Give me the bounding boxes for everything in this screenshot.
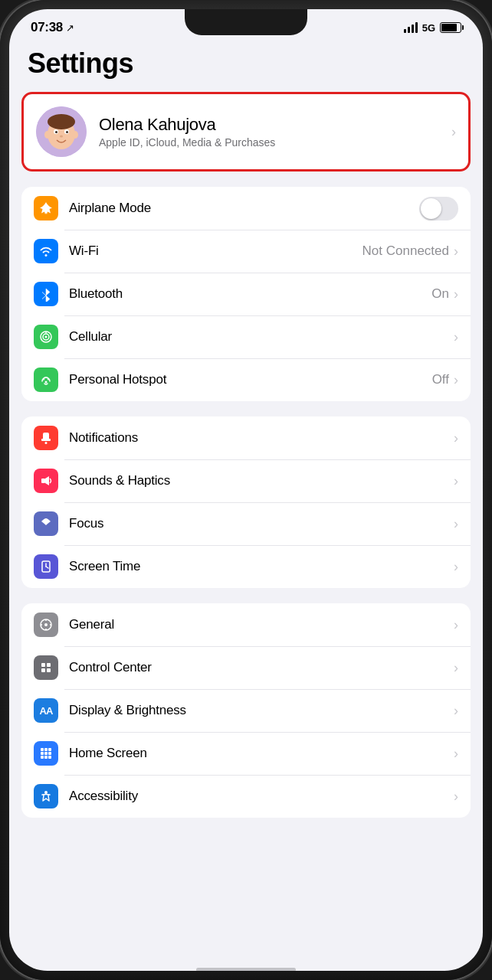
svg-rect-41 (48, 756, 51, 759)
notifications-icon (34, 426, 58, 450)
notifications-row[interactable]: Notifications › (21, 416, 471, 459)
profile-chevron-icon: › (451, 124, 456, 140)
svg-point-14 (45, 381, 48, 384)
airplane-mode-label: Airplane Mode (69, 201, 419, 216)
display-brightness-icon: AA (34, 698, 58, 723)
display-brightness-label: Display & Brightness (69, 703, 454, 718)
display-brightness-row[interactable]: AA Display & Brightness › (21, 689, 471, 732)
screen-time-row[interactable]: Screen Time › (21, 545, 471, 588)
svg-rect-36 (41, 752, 44, 755)
bluetooth-row[interactable]: Bluetooth On › (21, 273, 471, 315)
svg-point-2 (48, 114, 75, 129)
accessibility-row[interactable]: Accessibility › (21, 775, 471, 818)
svg-point-12 (45, 336, 48, 338)
screen-time-chevron-icon: › (454, 559, 458, 575)
svg-point-9 (72, 131, 78, 139)
svg-rect-33 (41, 748, 44, 751)
notch (185, 9, 307, 35)
svg-rect-29 (41, 663, 45, 667)
accessibility-icon (34, 784, 58, 808)
bluetooth-icon (34, 282, 58, 306)
svg-point-8 (44, 131, 51, 139)
screen-time-icon (34, 554, 58, 579)
home-screen-icon (34, 741, 58, 766)
personal-hotspot-value: Off (432, 372, 449, 387)
notifications-group: Notifications › Sounds & Haptics › (21, 416, 471, 588)
svg-point-17 (45, 442, 48, 444)
control-center-row[interactable]: Control Center › (21, 646, 471, 689)
focus-chevron-icon: › (454, 516, 458, 532)
bluetooth-chevron-icon: › (454, 286, 458, 302)
control-center-icon (34, 655, 58, 680)
svg-marker-19 (45, 476, 49, 485)
svg-point-5 (55, 131, 57, 133)
wifi-icon (34, 239, 58, 263)
svg-line-22 (46, 567, 48, 568)
phone-frame: 07:38 ↗ 5G Settings (0, 0, 492, 980)
cellular-label: Cellular (69, 329, 454, 345)
personal-hotspot-icon (34, 368, 58, 392)
signal-bars-icon (404, 22, 418, 33)
svg-point-24 (44, 623, 48, 626)
wifi-label: Wi-Fi (69, 243, 362, 259)
airplane-mode-icon (34, 196, 58, 220)
avatar (36, 106, 87, 157)
personal-hotspot-chevron-icon: › (454, 372, 458, 388)
personal-hotspot-row[interactable]: Personal Hotspot Off › (21, 358, 471, 401)
svg-point-6 (66, 131, 68, 133)
home-screen-row[interactable]: Home Screen › (21, 732, 471, 775)
connectivity-group: Airplane Mode Wi-Fi Not (21, 187, 471, 401)
bluetooth-label: Bluetooth (69, 286, 431, 302)
svg-rect-34 (44, 748, 48, 751)
focus-icon (34, 511, 58, 536)
control-center-chevron-icon: › (454, 660, 458, 676)
home-screen-label: Home Screen (69, 746, 454, 761)
svg-rect-32 (47, 668, 51, 672)
sounds-haptics-row[interactable]: Sounds & Haptics › (21, 459, 471, 502)
svg-rect-18 (41, 479, 45, 483)
svg-rect-30 (47, 663, 51, 667)
notifications-chevron-icon: › (454, 430, 458, 446)
general-row[interactable]: General › (21, 603, 471, 646)
home-screen-chevron-icon: › (454, 746, 458, 762)
scroll-content[interactable]: Settings (9, 40, 483, 963)
battery-icon (440, 22, 461, 33)
general-chevron-icon: › (454, 617, 458, 633)
svg-rect-31 (41, 668, 45, 672)
focus-row[interactable]: Focus › (21, 502, 471, 545)
general-label: General (69, 617, 454, 632)
cellular-icon (34, 325, 58, 349)
personal-hotspot-label: Personal Hotspot (69, 372, 432, 387)
page-title: Settings (9, 40, 483, 92)
svg-rect-37 (44, 752, 48, 755)
location-arrow-icon: ↗ (66, 22, 74, 34)
notifications-label: Notifications (69, 430, 454, 446)
bluetooth-value: On (431, 286, 449, 302)
status-time: 07:38 (31, 20, 63, 35)
general-icon (34, 612, 58, 637)
cellular-chevron-icon: › (454, 329, 458, 345)
wifi-chevron-icon: › (454, 243, 458, 260)
sounds-haptics-chevron-icon: › (454, 473, 458, 489)
home-indicator (196, 968, 296, 971)
profile-name: Olena Kahujova (99, 115, 451, 135)
svg-rect-40 (44, 756, 48, 759)
cellular-row[interactable]: Cellular › (21, 315, 471, 358)
profile-card[interactable]: Olena Kahujova Apple ID, iCloud, Media &… (21, 92, 471, 172)
profile-info: Olena Kahujova Apple ID, iCloud, Media &… (99, 115, 451, 149)
focus-label: Focus (69, 516, 454, 531)
phone-screen: 07:38 ↗ 5G Settings (9, 9, 483, 971)
wifi-row[interactable]: Wi-Fi Not Connected › (21, 230, 471, 273)
profile-subtitle: Apple ID, iCloud, Media & Purchases (99, 136, 451, 149)
svg-rect-38 (48, 752, 51, 755)
svg-rect-39 (41, 756, 44, 759)
general-group: General › Control Center › (21, 603, 471, 818)
sounds-haptics-label: Sounds & Haptics (69, 473, 454, 488)
accessibility-chevron-icon: › (454, 789, 458, 805)
sounds-haptics-icon (34, 469, 58, 493)
airplane-mode-toggle[interactable] (419, 197, 458, 220)
airplane-mode-row[interactable]: Airplane Mode (21, 187, 471, 230)
svg-rect-16 (41, 439, 51, 441)
display-brightness-chevron-icon: › (454, 703, 458, 719)
status-icons: 5G (404, 22, 461, 34)
